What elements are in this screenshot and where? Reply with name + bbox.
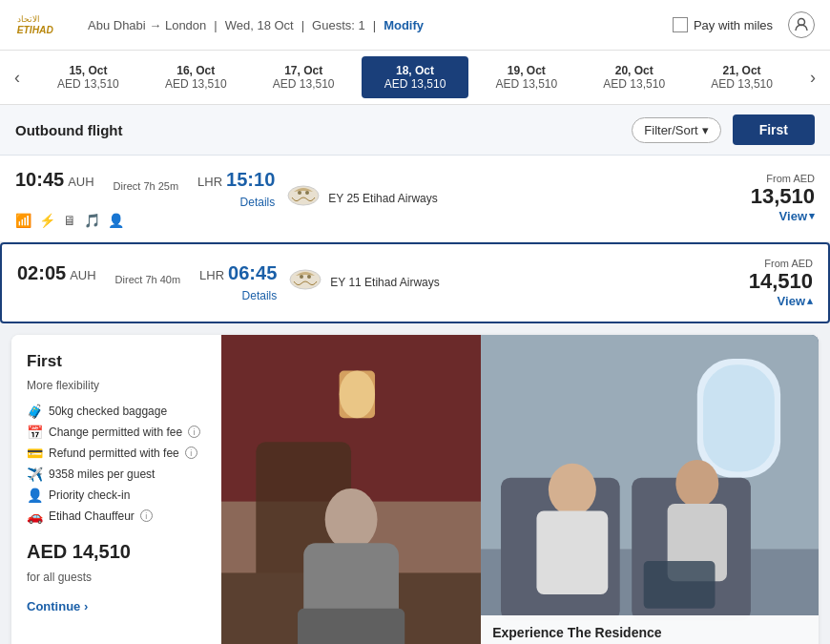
- svg-point-15: [325, 488, 378, 550]
- amenities-0: 📶 ⚡ 🖥 🎵 👤: [15, 213, 275, 228]
- flight-times-1: 02:05 AUH Direct 7h 40m LHR 06:45 Detail…: [17, 262, 277, 302]
- svg-point-14: [340, 370, 375, 418]
- date-label-0: 15, Oct: [38, 64, 138, 77]
- prev-arrow[interactable]: ‹: [0, 51, 34, 104]
- chauffeur-icon: 🚗: [27, 509, 43, 524]
- dep-time-1: 02:05: [17, 262, 66, 284]
- route-info: Abu Dhabi → London | Wed, 18 Oct | Guest…: [88, 18, 657, 32]
- svg-text:الاتحاد: الاتحاد: [17, 14, 40, 24]
- first-class-section: First More flexibility 🧳 50kg checked ba…: [11, 335, 819, 645]
- arr-time-0: 15:10: [226, 169, 275, 191]
- svg-point-8: [307, 275, 311, 279]
- residence-title: Experience The Residence: [492, 625, 807, 640]
- feature-4: 👤 Priority check-in: [27, 488, 206, 503]
- first-class-image-seat: [221, 335, 481, 645]
- date-text: Wed, 18 Oct: [225, 18, 294, 32]
- separator2: |: [301, 18, 304, 32]
- feature-3: ✈️ 9358 miles per guest: [27, 467, 206, 482]
- calendar-icon: 📅: [27, 425, 43, 440]
- first-card-subtitle: More flexibility: [27, 379, 206, 392]
- info-icon-1[interactable]: i: [188, 426, 200, 438]
- outbound-title: Outbound flight: [15, 122, 632, 138]
- details-link-1[interactable]: Details: [242, 289, 278, 302]
- arr-time-1: 06:45: [228, 262, 277, 284]
- outbound-bar: Outbound flight Filter/Sort ▾ First: [0, 105, 830, 156]
- screen-icon: 🖥: [63, 213, 78, 228]
- date-item-0[interactable]: 15, Oct AED 13,510: [34, 56, 142, 98]
- feature-5: 🚗 Etihad Chauffeur i: [27, 509, 206, 524]
- svg-text:ETIHAD: ETIHAD: [17, 25, 54, 35]
- date-item-1[interactable]: 16, Oct AED 13,510: [142, 56, 250, 98]
- date-item-2[interactable]: 17, Oct AED 13,510: [250, 56, 358, 98]
- info-icon-5[interactable]: i: [140, 509, 153, 522]
- feature-1: 📅 Change permitted with fee i: [27, 425, 206, 440]
- date-label-1: 16, Oct: [146, 64, 246, 77]
- continue-button[interactable]: Continue ›: [27, 599, 206, 613]
- power-icon: ⚡: [39, 213, 57, 228]
- separator1: |: [214, 18, 217, 32]
- price-col-0: From AED 13,510 View ▾: [700, 173, 815, 223]
- airline-name-0: EY 25 Etihad Airways: [328, 192, 438, 205]
- price-val-0: 13,510: [700, 184, 815, 209]
- refund-icon: 💳: [27, 446, 43, 461]
- checkin-icon: 👤: [27, 488, 43, 503]
- view-btn-1[interactable]: View ▴: [698, 294, 813, 308]
- chevron-up-icon-1: ▴: [807, 295, 813, 307]
- arr-code-1: LHR: [199, 268, 224, 282]
- svg-rect-21: [703, 364, 775, 471]
- arr-code-0: LHR: [197, 175, 222, 189]
- flight-row-0: 10:45 AUH Direct 7h 25m LHR 15:10 Detail…: [0, 156, 830, 242]
- price-label-2: AED 13,510: [254, 77, 354, 91]
- feature-text-4: Priority check-in: [49, 488, 130, 502]
- date-item-3[interactable]: 18, Oct AED 13,510: [362, 56, 469, 98]
- pay-miles-checkbox[interactable]: [673, 17, 688, 32]
- next-arrow[interactable]: ›: [796, 51, 830, 104]
- miles-icon: ✈️: [27, 467, 43, 482]
- date-label-6: 21, Oct: [692, 64, 792, 77]
- modify-link[interactable]: Modify: [384, 18, 424, 32]
- price-label-1: AED 13,510: [146, 77, 246, 91]
- duration-1: Direct 7h 40m: [115, 274, 180, 285]
- plane-icon-1: [288, 266, 322, 299]
- dep-code-1: AUH: [70, 268, 95, 282]
- plane-svg-1: [288, 266, 322, 293]
- price-label-6: AED 13,510: [692, 77, 792, 91]
- duration-0: Direct 7h 25m: [114, 180, 178, 192]
- svg-point-5: [305, 191, 309, 195]
- pay-miles-label: Pay with miles: [694, 18, 773, 32]
- residence-card: Experience The Residence Travel in style…: [481, 615, 819, 644]
- feature-0: 🧳 50kg checked baggage: [27, 404, 206, 419]
- first-class-image-couple: Experience The Residence Travel in style…: [481, 335, 819, 645]
- airline-info-0: EY 25 Etihad Airways: [286, 182, 458, 215]
- music-icon: 🎵: [84, 213, 102, 228]
- flight-times-0: 10:45 AUH Direct 7h 25m LHR 15:10 Detail…: [15, 169, 275, 228]
- date-item-5[interactable]: 20, Oct AED 13,510: [580, 56, 688, 98]
- filter-sort-button[interactable]: Filter/Sort ▾: [632, 117, 720, 143]
- price-val-1: 14,510: [698, 269, 813, 294]
- svg-point-26: [676, 459, 719, 507]
- for-all-guests: for all guests: [27, 571, 206, 584]
- header: الاتحاد ETIHAD Abu Dhabi → London | Wed,…: [0, 0, 830, 51]
- view-btn-0[interactable]: View ▾: [700, 209, 815, 223]
- date-label-5: 20, Oct: [584, 64, 684, 77]
- seat-image-svg: [221, 335, 481, 645]
- dep-code-0: AUH: [68, 175, 93, 189]
- svg-point-24: [549, 463, 596, 515]
- wifi-icon: 📶: [15, 213, 33, 228]
- svg-rect-17: [298, 608, 405, 644]
- info-icon-2[interactable]: i: [185, 447, 197, 459]
- date-label-2: 17, Oct: [254, 64, 354, 77]
- flight-row-1: 02:05 AUH Direct 7h 40m LHR 06:45 Detail…: [0, 242, 830, 323]
- details-link-0[interactable]: Details: [240, 196, 276, 209]
- date-item-4[interactable]: 19, Oct AED 13,510: [472, 56, 580, 98]
- svg-rect-28: [644, 560, 716, 608]
- user-icon[interactable]: [788, 11, 815, 38]
- airline-info-1: EY 11 Etihad Airways: [288, 266, 460, 299]
- first-class-tab[interactable]: First: [733, 114, 815, 145]
- date-item-6[interactable]: 21, Oct AED 13,510: [688, 56, 796, 98]
- svg-rect-25: [537, 510, 609, 593]
- feature-text-1: Change permitted with fee: [49, 426, 182, 439]
- dep-time-0: 10:45: [15, 169, 64, 191]
- feature-list: 🧳 50kg checked baggage 📅 Change permitte…: [27, 404, 206, 524]
- logo-svg: الاتحاد ETIHAD: [15, 10, 73, 40]
